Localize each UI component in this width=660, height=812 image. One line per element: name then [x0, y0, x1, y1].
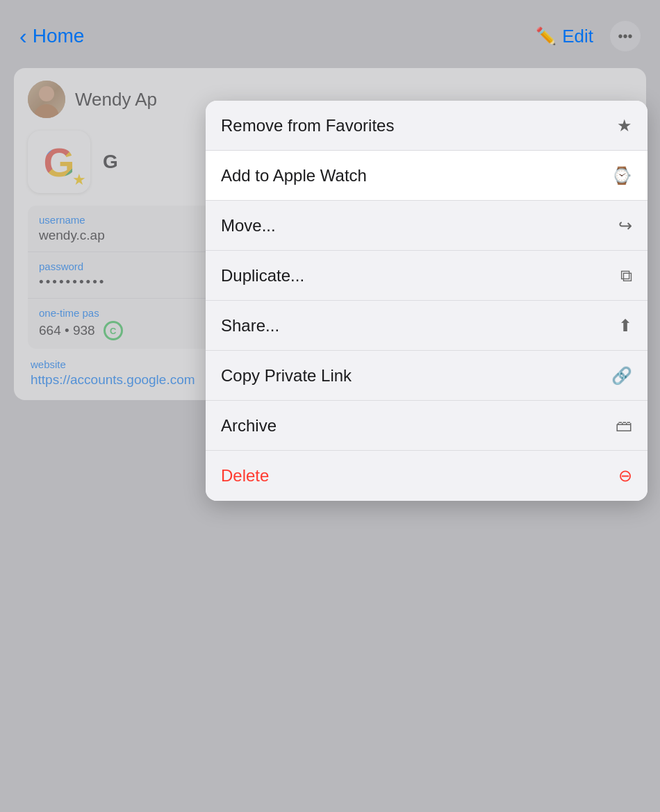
menu-item-label-copy-link: Copy Private Link	[221, 366, 352, 386]
context-menu: Remove from Favorites★Add to Apple Watch…	[206, 101, 647, 501]
menu-item-copy-link[interactable]: Copy Private Link🔗	[206, 351, 647, 401]
menu-item-remove-favorites[interactable]: Remove from Favorites★	[206, 101, 647, 151]
menu-item-label-share: Share...	[221, 316, 279, 335]
menu-item-label-move: Move...	[221, 216, 276, 235]
menu-item-icon-archive: 🗃	[616, 416, 632, 436]
menu-item-label-add-apple-watch: Add to Apple Watch	[221, 166, 367, 185]
menu-item-icon-add-apple-watch: ⌚	[611, 166, 632, 185]
menu-item-icon-move: ↪	[618, 216, 632, 235]
menu-item-label-archive: Archive	[221, 416, 277, 436]
menu-item-duplicate[interactable]: Duplicate...⧉	[206, 251, 647, 301]
menu-item-share[interactable]: Share...⬆	[206, 301, 647, 351]
menu-item-move[interactable]: Move...↪	[206, 201, 647, 251]
menu-item-icon-duplicate: ⧉	[620, 266, 632, 285]
menu-item-icon-share: ⬆	[618, 316, 632, 335]
menu-item-add-apple-watch[interactable]: Add to Apple Watch⌚	[206, 151, 647, 201]
menu-item-archive[interactable]: Archive🗃	[206, 401, 647, 451]
menu-item-delete[interactable]: Delete⊖	[206, 451, 647, 501]
menu-item-label-delete: Delete	[221, 466, 269, 486]
menu-item-label-remove-favorites: Remove from Favorites	[221, 116, 394, 135]
menu-item-label-duplicate: Duplicate...	[221, 266, 304, 285]
menu-item-icon-copy-link: 🔗	[611, 366, 632, 386]
menu-item-icon-delete: ⊖	[618, 466, 632, 486]
menu-item-icon-remove-favorites: ★	[617, 116, 632, 135]
